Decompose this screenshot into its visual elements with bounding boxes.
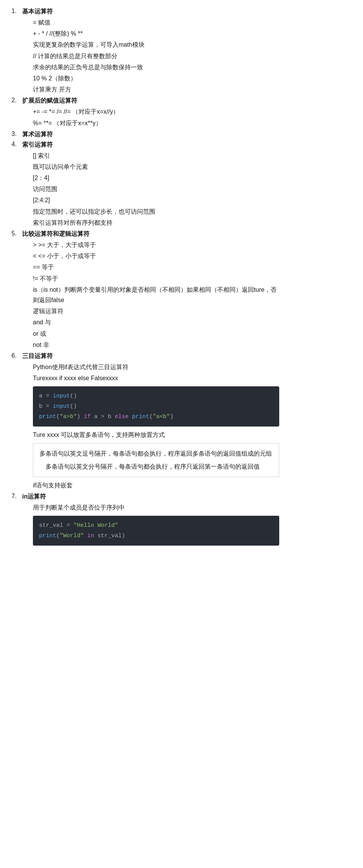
section-7-body: 用于判断某个成员是否位于序列中 str_val = "Hello World" … — [22, 502, 279, 546]
section-4-body: [] 索引 既可以访问单个元素 [2：4] 访问范围 [2:4:2] 指定范围时… — [22, 150, 279, 228]
section-1-title: 基本运算符 — [22, 8, 53, 15]
s4-line-7: 索引运算符对所有序列都支持 — [33, 217, 279, 228]
section-1: 1. 基本运算符 = 赋值 + - * / //(整除) % ** 实现更复杂的… — [11, 8, 279, 95]
s5-line-4: != 不等于 — [33, 273, 279, 284]
s5-line-5: is（is not）判断两个变量引用的对象是否相同（不相同）如果相同（不相同）返… — [33, 284, 279, 305]
s5-line-8: or 或 — [33, 329, 279, 339]
section-3-title: 算术运算符 — [22, 131, 53, 137]
section-2: 2. 扩展后的赋值运算符 += -= *= /= //= （对应于x=x//y）… — [11, 97, 279, 128]
s6-note-2: 多条语句以英文分号隔开，每条语句都会执行，程序只返回第一条语句的返回值 — [39, 461, 273, 472]
s6-line-3: Ture xxxx 可以放置多条语句，支持两种放置方式 — [33, 430, 279, 440]
s5-line-7: and 与 — [33, 317, 279, 327]
section-3: 3. 算术运算符 — [11, 131, 279, 139]
section-2-number: 2. — [11, 97, 16, 104]
s2-line-1: += -= *= /= //= （对应于x=x//y） — [33, 106, 279, 117]
section-7-number: 7. — [11, 493, 16, 500]
s2-line-2: %= **= （对应于x=x**y） — [33, 118, 279, 128]
s5-line-9: not 非 — [33, 340, 279, 350]
s1-line-6: 10 % 2（除数） — [33, 73, 279, 83]
s4-line-2: 既可以访问单个元素 — [33, 162, 279, 172]
main-content: 1. 基本运算符 = 赋值 + - * / //(整除) % ** 实现更复杂的… — [11, 8, 279, 546]
section-4-number: 4. — [11, 141, 16, 148]
section-5-number: 5. — [11, 230, 16, 237]
section-5-title: 比较运算符和逻辑运算符 — [22, 230, 90, 237]
s1-line-3: 实现更复杂的数学运算，可导入math模块 — [33, 39, 279, 50]
section-6-body: Python使用if表达式代替三目运算符 Turexxxx if xxxx el… — [22, 362, 279, 490]
s1-line-2: + - * / //(整除) % ** — [33, 28, 279, 39]
s7-line-1: 用于判断某个成员是否位于序列中 — [33, 502, 279, 513]
s6-line-4: if语句支持嵌套 — [33, 480, 279, 490]
section-5: 5. 比较运算符和逻辑运算符 > >= 大于，大于或等于 < <= 小于，小于或… — [11, 230, 279, 350]
s4-line-4: 访问范围 — [33, 184, 279, 194]
section-5-body: > >= 大于，大于或等于 < <= 小于，小于或等于 == 等于 != 不等于… — [22, 240, 279, 350]
s4-line-3: [2：4] — [33, 173, 279, 183]
section-6-code-block-1: a = input() b = input() print("a>b") if … — [33, 386, 279, 427]
s1-line-7: 计算乘方 开方 — [33, 84, 279, 95]
s1-line-1: = 赋值 — [33, 17, 279, 28]
section-6-number: 6. — [11, 352, 16, 359]
s6-note-1: 多条语句以英文逗号隔开，每条语句都会执行，程序返回多条语句的返回值组成的元组 — [39, 448, 273, 459]
s5-line-2: < <= 小于，小于或等于 — [33, 251, 279, 261]
s6-line-2: Turexxxx if xxxx else Falsexxxx — [33, 373, 279, 383]
s1-line-5: 求余的结果的正负号总是与除数保持一致 — [33, 62, 279, 72]
s5-line-6: 逻辑运算符 — [33, 306, 279, 316]
section-6-title: 三目运算符 — [22, 353, 53, 359]
s5-line-1: > >= 大于，大于或等于 — [33, 240, 279, 250]
s4-line-1: [] 索引 — [33, 150, 279, 161]
section-1-number: 1. — [11, 8, 16, 15]
s4-line-6: 指定范围时，还可以指定步长，也可访问范围 — [33, 206, 279, 217]
section-list: 1. 基本运算符 = 赋值 + - * / //(整除) % ** 实现更复杂的… — [11, 8, 279, 546]
s4-line-5: [2:4:2] — [33, 195, 279, 205]
section-3-number: 3. — [11, 131, 16, 137]
section-4: 4. 索引运算符 [] 索引 既可以访问单个元素 [2：4] 访问范围 [2:4… — [11, 141, 279, 228]
s1-line-4: // 计算的结果总是只有整数部分 — [33, 51, 279, 61]
section-2-body: += -= *= /= //= （对应于x=x//y） %= **= （对应于x… — [22, 106, 279, 128]
section-7-title: in运算符 — [22, 493, 46, 500]
section-6: 6. 三目运算符 Python使用if表达式代替三目运算符 Turexxxx i… — [11, 352, 279, 490]
section-1-body: = 赋值 + - * / //(整除) % ** 实现更复杂的数学运算，可导入m… — [22, 17, 279, 95]
section-6-note-box: 多条语句以英文逗号隔开，每条语句都会执行，程序返回多条语句的返回值组成的元组 多… — [33, 443, 279, 477]
s6-line-1: Python使用if表达式代替三目运算符 — [33, 362, 279, 372]
section-7-code-block: str_val = "Hello World" print("World" in… — [33, 516, 279, 546]
section-2-title: 扩展后的赋值运算符 — [22, 97, 77, 104]
section-4-title: 索引运算符 — [22, 141, 53, 148]
s5-line-3: == 等于 — [33, 262, 279, 272]
section-7: 7. in运算符 用于判断某个成员是否位于序列中 str_val = "Hell… — [11, 493, 279, 546]
